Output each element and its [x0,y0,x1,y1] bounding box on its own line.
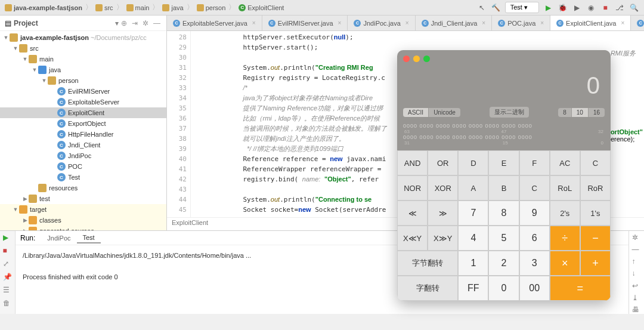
calc-btn-≪[interactable]: ≪ [397,201,428,226]
calculator-window[interactable]: 0 ASCII Unicode 显示二进制 8 10 16 0000 0000 … [397,50,611,301]
settings-icon[interactable]: ✲ [143,19,151,27]
tree-file-0[interactable]: CEvilRMIServer [0,86,166,97]
calc-btn-XOR[interactable]: XOR [428,175,458,201]
git-icon[interactable]: ⎇ [614,2,625,13]
tree-test[interactable]: ▶test [0,193,166,204]
stop-run-icon[interactable]: ■ [3,246,13,256]
editor-tab[interactable]: CPOC.java× [492,16,550,30]
back-icon[interactable]: ↖ [476,2,487,13]
calc-btn-FF[interactable]: FF [458,276,488,301]
crumb-src[interactable]: src [104,4,113,11]
calc-btn-B[interactable]: B [488,175,519,201]
calc-btn-NOR[interactable]: NOR [397,175,428,201]
calc-btn-A[interactable]: A [458,175,488,201]
tree-file-1[interactable]: CExploitableServer [0,97,166,107]
calc-btn-字翻转[interactable]: 字翻转 [397,276,458,301]
calc-btn-4[interactable]: 4 [458,226,488,251]
calc-btn-2's[interactable]: 2's [550,201,580,226]
calc-btn-×[interactable]: × [550,251,580,276]
hide-panel-icon[interactable]: — [153,19,162,27]
calc-btn-6[interactable]: 6 [519,226,550,251]
close-tab-icon[interactable]: × [405,20,409,26]
run-icon[interactable]: ▶ [543,2,553,13]
mode-base-10[interactable]: 10 [572,108,589,117]
calc-btn-=[interactable]: = [550,276,611,301]
calc-btn-2[interactable]: 2 [488,251,519,276]
tree-file-8[interactable]: CTest [0,172,166,183]
maximize-window-icon[interactable] [423,55,430,62]
close-tab-icon[interactable]: × [252,20,256,26]
calc-btn-C[interactable]: C [519,175,550,201]
calc-btn-1[interactable]: 1 [458,251,488,276]
calc-btn-5[interactable]: 5 [488,226,519,251]
crumb-person[interactable]: person [206,4,226,11]
calc-btn-D[interactable]: D [458,150,488,175]
calc-btn-AC[interactable]: AC [550,150,580,175]
calc-titlebar[interactable] [397,50,611,67]
close-tab-icon[interactable]: × [338,20,342,26]
tree-classes[interactable]: ▶classes [0,215,166,226]
wrap-icon[interactable]: ↩ [632,282,642,290]
tree-resources[interactable]: resources [0,183,166,193]
coverage-icon[interactable]: ▶ [571,2,582,13]
up-icon[interactable]: ↑ [632,257,642,266]
run-settings-icon[interactable]: ✲ [632,233,642,242]
run-tab-jndipoc[interactable]: JndiPoc [41,233,76,243]
crumb-file[interactable]: ExploitClient [247,4,284,11]
collapse-all-icon[interactable]: ⇥ [132,19,140,27]
down-icon[interactable]: ↓ [632,269,642,277]
calc-btn-1's[interactable]: 1's [580,201,611,226]
tree-generated-sources[interactable]: ▶generated-sources [0,226,166,230]
calc-btn-X≫Y[interactable]: X≫Y [428,226,458,251]
project-panel-title[interactable]: Project [14,19,115,27]
calc-btn-−[interactable]: − [580,226,611,251]
calc-btn-X≪Y[interactable]: X≪Y [397,226,428,251]
profile-icon[interactable]: ◉ [586,2,596,13]
crumb-project[interactable]: java-example-fastjson [14,4,82,11]
close-tab-icon[interactable]: × [540,20,544,26]
tree-target[interactable]: ▼target [0,204,166,215]
editor-tab[interactable]: CJndi_Client.java× [416,16,493,30]
tree-file-7[interactable]: CPOC [0,161,166,172]
editor-tab[interactable]: CTest.java× [631,16,644,30]
calc-btn-÷[interactable]: ÷ [550,226,580,251]
calc-btn-C[interactable]: C [580,150,611,175]
tree-file-4[interactable]: CHttpFileHandler [0,129,166,140]
calc-btn-F[interactable]: F [519,150,550,175]
mode-unicode[interactable]: Unicode [429,108,460,117]
debug-icon[interactable]: 🐞 [557,2,568,13]
calc-btn-8[interactable]: 8 [488,201,519,226]
calc-btn-00[interactable]: 00 [519,276,550,301]
tree-java[interactable]: ▼java [0,64,166,75]
print-icon[interactable]: 🖶 [632,306,642,314]
calc-btn-≫[interactable]: ≫ [428,201,458,226]
trash-icon[interactable]: 🗑 [3,299,13,309]
tree-file-2[interactable]: CExploitClient [0,107,166,118]
scroll-icon[interactable]: ⤓ [632,294,642,302]
layout-icon[interactable]: ⤢ [3,260,13,269]
build-icon[interactable]: 🔨 [491,2,501,13]
tree-file-5[interactable]: CJndi_Client [0,140,166,150]
search-icon[interactable]: 🔍 [628,2,639,13]
rerun-icon[interactable]: ▶ [3,233,13,243]
calc-btn-E[interactable]: E [488,150,519,175]
editor-tab[interactable]: CJndiPoc.java× [348,16,415,30]
calc-btn-+[interactable]: + [580,251,611,276]
tree-root[interactable]: ▼java-example-fastjson ~/Documents/pz/cc [0,32,166,43]
calc-btn-AND[interactable]: AND [397,150,428,175]
pin-icon[interactable]: 📌 [3,273,13,282]
scroll-from-source-icon[interactable]: ⊕ [121,19,129,27]
tree-main[interactable]: ▼main [0,54,166,64]
calc-btn-RoL[interactable]: RoL [550,175,580,201]
run-config-selector[interactable]: Test ▾ [505,2,539,13]
calc-btn-3[interactable]: 3 [519,251,550,276]
project-tree[interactable]: ▼java-example-fastjson ~/Documents/pz/cc… [0,31,166,230]
mode-base-16[interactable]: 16 [589,108,605,117]
calc-btn-OR[interactable]: OR [428,150,458,175]
editor-tab[interactable]: CExploitableServer.java× [167,16,262,30]
tree-file-3[interactable]: CExportObject [0,118,166,129]
stop-icon[interactable]: ■ [600,2,611,13]
run-hide-icon[interactable]: — [632,245,642,254]
calc-btn-9[interactable]: 9 [519,201,550,226]
crumb-main[interactable]: main [135,4,150,11]
